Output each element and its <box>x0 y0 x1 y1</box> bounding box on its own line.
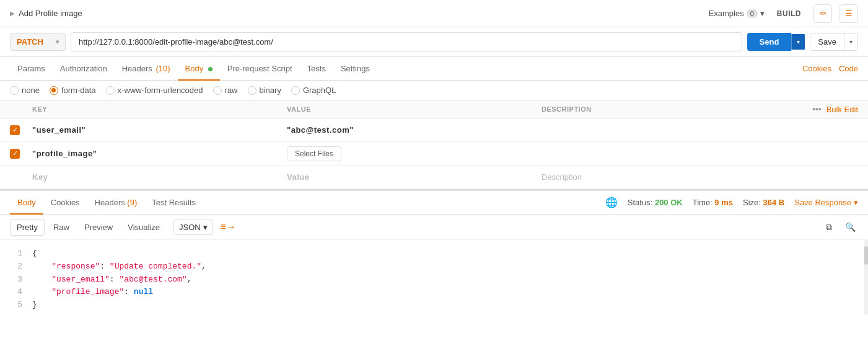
tabs-right-links: Cookies Code <box>802 64 858 73</box>
actions-col-header: ••• Bulk Edit <box>796 104 858 114</box>
vertical-scrollbar[interactable] <box>864 240 868 314</box>
examples-chevron-icon: ▾ <box>760 9 765 18</box>
binary-radio[interactable] <box>248 86 256 95</box>
format-caret-icon: ▾ <box>203 223 208 232</box>
save-button-group: Save ▾ <box>810 33 858 51</box>
graphql-radio[interactable] <box>291 86 300 95</box>
tab-settings[interactable]: Settings <box>333 58 377 81</box>
code-right-actions: ⧉ 🔍 <box>821 219 858 235</box>
response-tab-cookies[interactable]: Cookies <box>43 192 87 215</box>
comment-icon-button[interactable]: ☰ <box>840 4 858 23</box>
code-tab-raw[interactable]: Raw <box>47 220 76 235</box>
code-tab-pretty[interactable]: Pretty <box>10 219 45 236</box>
row2-check[interactable]: ✓ <box>10 149 32 159</box>
json-output: 1 { 2 "response": "Update completed.", 3… <box>0 240 868 314</box>
tab-body[interactable]: Body <box>178 58 220 81</box>
search-icon-button[interactable]: 🔍 <box>842 219 858 235</box>
url-bar: PATCH ▾ Send ▾ Save ▾ <box>0 27 868 57</box>
save-caret-button[interactable]: ▾ <box>844 33 857 50</box>
code-tab-preview[interactable]: Preview <box>78 220 119 235</box>
code-line-4: 4 "profile_image": null <box>0 286 868 299</box>
code-tab-visualize[interactable]: Visualize <box>121 220 166 235</box>
build-button[interactable]: BUILD <box>772 9 806 18</box>
wrap-button[interactable]: ≡→ <box>216 218 241 236</box>
option-raw[interactable]: raw <box>213 86 238 95</box>
method-caret-icon: ▾ <box>56 38 59 45</box>
response-tabs: Body Cookies Headers (9) Test Results 🌐 … <box>0 191 868 215</box>
cookies-link[interactable]: Cookies <box>802 64 831 73</box>
row1-checkbox[interactable]: ✓ <box>10 125 20 135</box>
row1-check[interactable]: ✓ <box>10 125 32 135</box>
bulk-edit-button[interactable]: Bulk Edit <box>826 105 858 114</box>
send-main-button[interactable]: Send <box>747 33 792 51</box>
url-input[interactable] <box>71 32 742 51</box>
format-dropdown[interactable]: JSON ▾ <box>173 220 213 235</box>
copy-icon-button[interactable]: ⧉ <box>821 219 837 235</box>
table-row: ✓ "user_email" "abc@test.com" <box>0 118 868 142</box>
globe-icon: 🌐 <box>605 197 618 208</box>
placeholder-value[interactable]: Value <box>287 172 541 182</box>
comment-icon: ☰ <box>845 9 853 18</box>
scrollbar-thumb[interactable] <box>864 246 868 265</box>
title-text: Add Profile image <box>19 9 82 18</box>
urlencoded-radio[interactable] <box>106 86 115 95</box>
save-button[interactable]: Save <box>810 33 844 50</box>
row2-value-col: Select Files <box>287 146 541 161</box>
option-none[interactable]: none <box>10 86 40 95</box>
none-radio[interactable] <box>10 86 19 95</box>
tab-headers[interactable]: Headers (10) <box>115 58 178 81</box>
response-tab-body[interactable]: Body <box>10 192 43 215</box>
request-tabs: Params Authorization Headers (10) Body P… <box>0 57 868 81</box>
raw-radio[interactable] <box>213 86 222 95</box>
code-line-2: 2 "response": "Update completed.", <box>0 260 868 273</box>
response-section: Body Cookies Headers (9) Test Results 🌐 … <box>0 190 868 314</box>
format-value: JSON <box>179 223 201 232</box>
tab-params[interactable]: Params <box>10 58 53 81</box>
row2-key[interactable]: "profile_image" <box>32 149 287 158</box>
form-data-table: KEY VALUE DESCRIPTION ••• Bulk Edit ✓ "u… <box>0 100 868 190</box>
top-bar: ▶ Add Profile image Examples 0 ▾ BUILD ✏… <box>0 0 868 27</box>
size-label: Size: 364 B <box>743 198 784 207</box>
row1-value[interactable]: "abc@test.com" <box>287 125 541 135</box>
option-graphql[interactable]: GraphQL <box>291 86 336 95</box>
code-view-toolbar: Pretty Raw Preview Visualize JSON ▾ ≡→ ⧉… <box>0 215 868 240</box>
save-response-caret-icon: ▾ <box>854 198 858 207</box>
tab-tests[interactable]: Tests <box>300 58 333 81</box>
placeholder-key[interactable]: Key <box>32 172 287 182</box>
code-line-1: 1 { <box>0 247 868 260</box>
examples-count: 0 <box>747 9 758 18</box>
form-data-radio[interactable] <box>50 86 58 95</box>
response-tab-test-results[interactable]: Test Results <box>144 192 203 215</box>
status-value: 200 OK <box>655 198 683 207</box>
select-files-button[interactable]: Select Files <box>287 146 341 161</box>
row2-checkbox[interactable]: ✓ <box>10 149 20 159</box>
time-value: 9 ms <box>714 198 733 207</box>
option-form-data[interactable]: form-data <box>50 86 96 95</box>
value-col-header: VALUE <box>287 105 541 113</box>
row1-key[interactable]: "user_email" <box>32 125 287 135</box>
expand-icon[interactable]: ▶ <box>10 10 15 17</box>
table-placeholder-row: Key Value Description <box>0 166 868 189</box>
edit-icon-button[interactable]: ✏ <box>813 4 832 23</box>
send-caret-button[interactable]: ▾ <box>791 34 805 50</box>
table-row: ✓ "profile_image" Select Files <box>0 142 868 166</box>
desc-col-header: DESCRIPTION <box>541 105 796 113</box>
response-status-area: 🌐 Status: 200 OK Time: 9 ms Size: 364 B … <box>605 197 858 208</box>
request-title: ▶ Add Profile image <box>10 9 709 18</box>
method-dropdown[interactable]: PATCH ▾ <box>10 33 66 51</box>
tab-pre-request-script[interactable]: Pre-request Script <box>220 58 300 81</box>
save-response-button[interactable]: Save Response ▾ <box>794 198 858 207</box>
examples-button[interactable]: Examples 0 ▾ <box>709 9 765 18</box>
code-line-3: 3 "user_email": "abc@test.com", <box>0 273 868 287</box>
option-binary[interactable]: binary <box>248 86 281 95</box>
placeholder-desc[interactable]: Description <box>541 172 796 182</box>
tab-authorization[interactable]: Authorization <box>53 58 115 81</box>
option-x-www-form-urlencoded[interactable]: x-www-form-urlencoded <box>106 86 203 95</box>
code-link[interactable]: Code <box>839 64 858 73</box>
edit-icon: ✏ <box>820 9 826 18</box>
response-tab-headers[interactable]: Headers (9) <box>87 192 145 215</box>
send-button-group: Send ▾ <box>747 33 805 51</box>
code-line-5: 5 } <box>0 299 868 312</box>
response-headers-badge: (9) <box>127 198 137 207</box>
more-options-icon[interactable]: ••• <box>812 104 822 114</box>
